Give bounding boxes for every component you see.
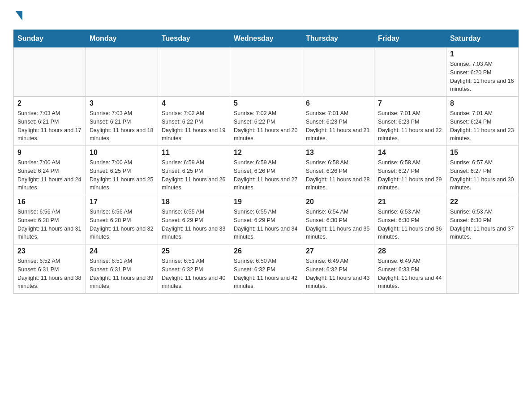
calendar-day-cell: 4Sunrise: 7:02 AM Sunset: 6:22 PM Daylig… xyxy=(158,97,230,146)
day-number: 23 xyxy=(17,247,82,255)
day-info: Sunrise: 6:57 AM Sunset: 6:27 PM Dayligh… xyxy=(450,158,515,192)
day-info: Sunrise: 6:56 AM Sunset: 6:28 PM Dayligh… xyxy=(90,208,154,241)
calendar-day-cell: 25Sunrise: 6:51 AM Sunset: 6:32 PM Dayli… xyxy=(158,244,230,294)
day-number: 9 xyxy=(17,149,82,157)
day-number: 13 xyxy=(306,149,370,157)
day-info: Sunrise: 6:58 AM Sunset: 6:26 PM Dayligh… xyxy=(306,158,370,192)
day-header-saturday: Saturday xyxy=(446,30,519,47)
calendar-day-cell: 19Sunrise: 6:55 AM Sunset: 6:29 PM Dayli… xyxy=(230,195,302,244)
day-info: Sunrise: 6:49 AM Sunset: 6:33 PM Dayligh… xyxy=(378,257,442,291)
day-number: 7 xyxy=(378,99,442,107)
day-number: 26 xyxy=(234,247,298,255)
day-number: 2 xyxy=(17,99,82,107)
day-number: 18 xyxy=(162,198,226,206)
day-info: Sunrise: 6:51 AM Sunset: 6:31 PM Dayligh… xyxy=(90,257,154,291)
calendar-day-cell xyxy=(86,47,158,97)
day-header-tuesday: Tuesday xyxy=(158,30,230,47)
calendar-day-cell: 24Sunrise: 6:51 AM Sunset: 6:31 PM Dayli… xyxy=(86,244,158,294)
calendar-day-cell: 17Sunrise: 6:56 AM Sunset: 6:28 PM Dayli… xyxy=(86,195,158,244)
day-number: 28 xyxy=(378,247,442,255)
day-number: 20 xyxy=(306,198,370,206)
day-header-sunday: Sunday xyxy=(14,30,86,47)
calendar-week-row: 16Sunrise: 6:56 AM Sunset: 6:28 PM Dayli… xyxy=(14,195,519,244)
day-info: Sunrise: 7:00 AM Sunset: 6:24 PM Dayligh… xyxy=(17,158,82,192)
calendar-day-cell: 23Sunrise: 6:52 AM Sunset: 6:31 PM Dayli… xyxy=(14,244,86,294)
calendar-day-cell: 28Sunrise: 6:49 AM Sunset: 6:33 PM Dayli… xyxy=(374,244,446,294)
day-info: Sunrise: 6:56 AM Sunset: 6:28 PM Dayligh… xyxy=(17,208,82,241)
calendar-table: SundayMondayTuesdayWednesdayThursdayFrid… xyxy=(13,30,519,294)
calendar-header-row: SundayMondayTuesdayWednesdayThursdayFrid… xyxy=(14,30,519,47)
day-info: Sunrise: 7:03 AM Sunset: 6:21 PM Dayligh… xyxy=(90,109,154,143)
calendar-day-cell xyxy=(446,244,519,294)
calendar-day-cell: 26Sunrise: 6:50 AM Sunset: 6:32 PM Dayli… xyxy=(230,244,302,294)
day-number: 10 xyxy=(90,149,154,157)
calendar-day-cell xyxy=(158,47,230,97)
day-info: Sunrise: 6:50 AM Sunset: 6:32 PM Dayligh… xyxy=(234,257,298,291)
day-number: 22 xyxy=(450,198,515,206)
day-info: Sunrise: 7:01 AM Sunset: 6:23 PM Dayligh… xyxy=(378,109,442,143)
calendar-day-cell: 3Sunrise: 7:03 AM Sunset: 6:21 PM Daylig… xyxy=(86,97,158,146)
day-number: 11 xyxy=(162,149,226,157)
calendar-day-cell: 27Sunrise: 6:49 AM Sunset: 6:32 PM Dayli… xyxy=(302,244,374,294)
day-info: Sunrise: 7:01 AM Sunset: 6:23 PM Dayligh… xyxy=(306,109,370,143)
day-number: 5 xyxy=(234,99,298,107)
day-number: 1 xyxy=(450,50,515,58)
calendar-day-cell: 9Sunrise: 7:00 AM Sunset: 6:24 PM Daylig… xyxy=(14,146,86,195)
day-header-wednesday: Wednesday xyxy=(230,30,302,47)
logo xyxy=(13,9,22,21)
day-info: Sunrise: 6:55 AM Sunset: 6:29 PM Dayligh… xyxy=(234,208,298,241)
calendar-day-cell: 6Sunrise: 7:01 AM Sunset: 6:23 PM Daylig… xyxy=(302,97,374,146)
day-info: Sunrise: 6:49 AM Sunset: 6:32 PM Dayligh… xyxy=(306,257,370,291)
calendar-day-cell: 13Sunrise: 6:58 AM Sunset: 6:26 PM Dayli… xyxy=(302,146,374,195)
calendar-day-cell: 12Sunrise: 6:59 AM Sunset: 6:26 PM Dayli… xyxy=(230,146,302,195)
calendar-week-row: 2Sunrise: 7:03 AM Sunset: 6:21 PM Daylig… xyxy=(14,97,519,146)
calendar-day-cell: 5Sunrise: 7:02 AM Sunset: 6:22 PM Daylig… xyxy=(230,97,302,146)
calendar-day-cell: 2Sunrise: 7:03 AM Sunset: 6:21 PM Daylig… xyxy=(14,97,86,146)
day-header-friday: Friday xyxy=(374,30,446,47)
day-number: 27 xyxy=(306,247,370,255)
calendar-day-cell: 18Sunrise: 6:55 AM Sunset: 6:29 PM Dayli… xyxy=(158,195,230,244)
calendar-day-cell: 8Sunrise: 7:01 AM Sunset: 6:24 PM Daylig… xyxy=(446,97,519,146)
day-info: Sunrise: 6:58 AM Sunset: 6:27 PM Dayligh… xyxy=(378,158,442,192)
calendar-day-cell xyxy=(374,47,446,97)
page-header xyxy=(13,9,519,21)
day-info: Sunrise: 6:53 AM Sunset: 6:30 PM Dayligh… xyxy=(450,208,515,241)
day-info: Sunrise: 7:02 AM Sunset: 6:22 PM Dayligh… xyxy=(234,109,298,143)
day-info: Sunrise: 7:00 AM Sunset: 6:25 PM Dayligh… xyxy=(90,158,154,192)
day-number: 14 xyxy=(378,149,442,157)
calendar-day-cell: 15Sunrise: 6:57 AM Sunset: 6:27 PM Dayli… xyxy=(446,146,519,195)
calendar-day-cell: 20Sunrise: 6:54 AM Sunset: 6:30 PM Dayli… xyxy=(302,195,374,244)
day-number: 15 xyxy=(450,149,515,157)
day-number: 19 xyxy=(234,198,298,206)
day-number: 8 xyxy=(450,99,515,107)
day-info: Sunrise: 6:53 AM Sunset: 6:30 PM Dayligh… xyxy=(378,208,442,241)
calendar-day-cell: 7Sunrise: 7:01 AM Sunset: 6:23 PM Daylig… xyxy=(374,97,446,146)
day-number: 4 xyxy=(162,99,226,107)
day-info: Sunrise: 7:03 AM Sunset: 6:21 PM Dayligh… xyxy=(17,109,82,143)
day-info: Sunrise: 6:59 AM Sunset: 6:26 PM Dayligh… xyxy=(234,158,298,192)
calendar-week-row: 9Sunrise: 7:00 AM Sunset: 6:24 PM Daylig… xyxy=(14,146,519,195)
day-number: 24 xyxy=(90,247,154,255)
calendar-day-cell xyxy=(14,47,86,97)
day-info: Sunrise: 6:54 AM Sunset: 6:30 PM Dayligh… xyxy=(306,208,370,241)
day-info: Sunrise: 7:02 AM Sunset: 6:22 PM Dayligh… xyxy=(162,109,226,143)
day-info: Sunrise: 7:01 AM Sunset: 6:24 PM Dayligh… xyxy=(450,109,515,143)
calendar-day-cell: 16Sunrise: 6:56 AM Sunset: 6:28 PM Dayli… xyxy=(14,195,86,244)
calendar-week-row: 23Sunrise: 6:52 AM Sunset: 6:31 PM Dayli… xyxy=(14,244,519,294)
day-number: 25 xyxy=(162,247,226,255)
day-info: Sunrise: 7:03 AM Sunset: 6:20 PM Dayligh… xyxy=(450,60,515,94)
calendar-week-row: 1Sunrise: 7:03 AM Sunset: 6:20 PM Daylig… xyxy=(14,47,519,97)
calendar-day-cell: 22Sunrise: 6:53 AM Sunset: 6:30 PM Dayli… xyxy=(446,195,519,244)
calendar-day-cell: 11Sunrise: 6:59 AM Sunset: 6:25 PM Dayli… xyxy=(158,146,230,195)
logo-arrow-icon xyxy=(15,11,22,21)
day-number: 12 xyxy=(234,149,298,157)
calendar-day-cell: 1Sunrise: 7:03 AM Sunset: 6:20 PM Daylig… xyxy=(446,47,519,97)
day-header-monday: Monday xyxy=(86,30,158,47)
day-info: Sunrise: 6:51 AM Sunset: 6:32 PM Dayligh… xyxy=(162,257,226,291)
day-number: 21 xyxy=(378,198,442,206)
calendar-day-cell: 21Sunrise: 6:53 AM Sunset: 6:30 PM Dayli… xyxy=(374,195,446,244)
calendar-day-cell xyxy=(302,47,374,97)
calendar-day-cell: 14Sunrise: 6:58 AM Sunset: 6:27 PM Dayli… xyxy=(374,146,446,195)
calendar-day-cell: 10Sunrise: 7:00 AM Sunset: 6:25 PM Dayli… xyxy=(86,146,158,195)
day-info: Sunrise: 6:55 AM Sunset: 6:29 PM Dayligh… xyxy=(162,208,226,241)
